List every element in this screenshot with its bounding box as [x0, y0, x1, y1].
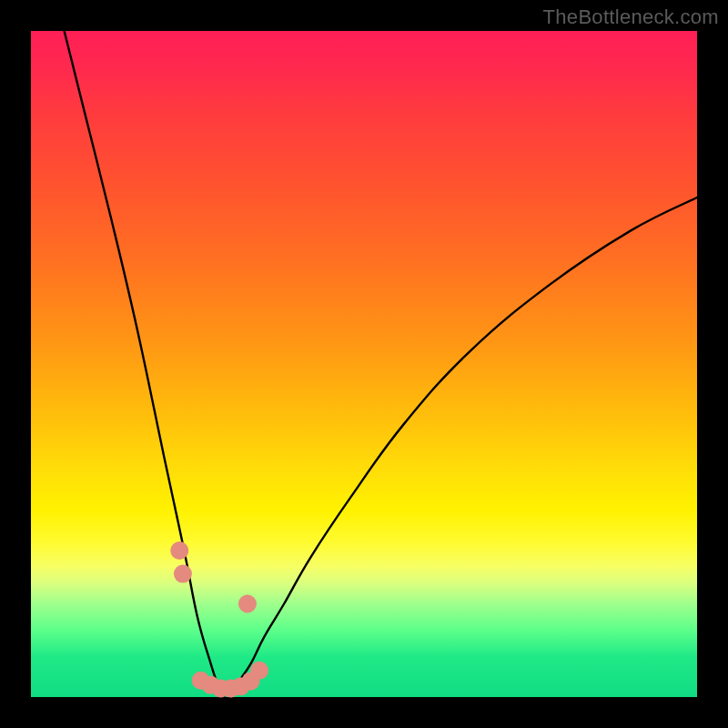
chart-frame: TheBottleneck.com [0, 0, 728, 728]
highlight-marker [174, 565, 192, 583]
watermark-text: TheBottleneck.com [543, 5, 719, 29]
highlight-marker [170, 541, 188, 560]
highlight-markers [170, 541, 268, 698]
bottleneck-curve-path [65, 31, 697, 699]
highlight-marker [238, 595, 257, 613]
curve-layer [31, 31, 697, 697]
highlight-marker [250, 662, 268, 680]
plot-area [31, 31, 697, 697]
